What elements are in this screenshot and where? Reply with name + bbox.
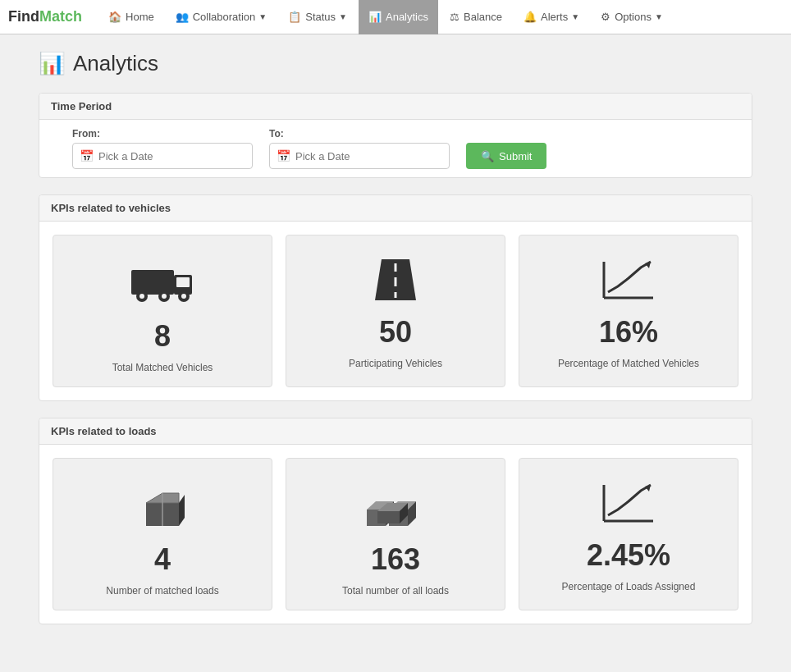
search-icon: 🔍 — [481, 150, 494, 162]
kpi-percentage-loads: 2.45% Percentage of Loads Assigned — [519, 458, 738, 610]
vehicle-kpis-header: KPIs related to vehicles — [39, 195, 752, 222]
kpi-total-matched-vehicles: 8 Total Matched Vehicles — [53, 235, 272, 387]
nav-status-label: Status — [305, 11, 336, 23]
kpi-matched-loads-value: 4 — [154, 542, 171, 577]
vehicle-kpis-section: KPIs related to vehicles — [39, 194, 752, 401]
logo: FindMatch — [8, 8, 82, 25]
from-date-input-wrap: 📅 — [72, 143, 253, 169]
vehicle-kpis-grid: 8 Total Matched Vehicles 50 Particip — [39, 222, 752, 400]
nav-alerts[interactable]: 🔔 Alerts ▼ — [514, 0, 589, 34]
nav-collaboration[interactable]: 👥 Collaboration ▼ — [166, 0, 277, 34]
kpi-total-loads: 163 Total number of all loads — [286, 458, 505, 610]
svg-rect-2 — [176, 277, 190, 287]
status-icon: 📋 — [288, 11, 301, 23]
analytics-icon: 📊 — [368, 11, 382, 23]
kpi-percentage-matched-vehicles: 16% Percentage of Matched Vehicles — [519, 235, 738, 387]
to-date-input-wrap: 📅 — [269, 143, 450, 169]
svg-point-6 — [162, 294, 167, 299]
kpi-total-loads-label: Total number of all loads — [342, 585, 449, 597]
logo-find: Find — [8, 8, 39, 25]
kpi-matched-loads: 4 Number of matched loads — [53, 458, 272, 610]
load-kpis-header: KPIs related to loads — [39, 418, 752, 445]
svg-rect-0 — [131, 270, 174, 295]
svg-point-4 — [139, 294, 144, 299]
balance-icon: ⚖ — [450, 11, 460, 23]
svg-point-8 — [181, 294, 186, 299]
svg-marker-27 — [377, 511, 400, 523]
nav-balance-label: Balance — [464, 11, 502, 23]
nav-home[interactable]: 🏠 Home — [98, 0, 164, 34]
page-title-row: 📊 Analytics — [39, 51, 752, 76]
to-label: To: — [269, 128, 450, 139]
kpi-percentage-loads-value: 2.45% — [587, 538, 670, 573]
submit-button[interactable]: 🔍 Submit — [466, 143, 546, 169]
kpi-percentage-matched-vehicles-label: Percentage of Matched Vehicles — [558, 358, 699, 369]
analytics-page-icon: 📊 — [39, 51, 65, 76]
alerts-icon: 🔔 — [524, 11, 537, 23]
trend-up-icon-2 — [600, 478, 657, 530]
kpi-participating-vehicles-value: 50 — [379, 315, 412, 350]
nav-alerts-label: Alerts — [541, 11, 568, 23]
collaboration-icon: 👥 — [176, 11, 189, 23]
options-icon: ⚙ — [601, 11, 610, 23]
time-period-section: Time Period From: 📅 To: 📅 🔍 Submit — [39, 93, 752, 178]
nav-home-label: Home — [126, 11, 154, 23]
to-date-input[interactable] — [295, 150, 442, 162]
nav-balance[interactable]: ⚖ Balance — [440, 0, 512, 34]
kpi-total-matched-vehicles-value: 8 — [154, 319, 171, 354]
time-period-header: Time Period — [39, 94, 752, 120]
kpi-percentage-matched-vehicles-value: 16% — [599, 315, 658, 350]
kpi-percentage-loads-label: Percentage of Loads Assigned — [562, 581, 696, 592]
page-title: Analytics — [73, 51, 158, 76]
road-icon — [367, 255, 424, 307]
boxes-icon — [363, 478, 428, 534]
nav-options-label: Options — [615, 11, 652, 23]
kpi-participating-vehicles: 50 Participating Vehicles — [286, 235, 505, 387]
nav-analytics[interactable]: 📊 Analytics — [359, 0, 438, 34]
logo-match: Match — [39, 8, 82, 25]
calendar-icon-from: 📅 — [80, 149, 94, 162]
navbar: FindMatch 🏠 Home 👥 Collaboration ▼ 📋 Sta… — [0, 0, 791, 34]
load-kpis-section: KPIs related to loads — [39, 418, 752, 624]
kpi-total-matched-vehicles-label: Total Matched Vehicles — [112, 362, 213, 373]
from-date-input[interactable] — [98, 150, 245, 162]
nav-status[interactable]: 📋 Status ▼ — [278, 0, 357, 34]
svg-marker-18 — [179, 495, 185, 526]
chevron-down-icon: ▼ — [258, 12, 267, 21]
nav-options[interactable]: ⚙ Options ▼ — [591, 0, 673, 34]
box-icon — [134, 478, 191, 534]
page-content: 📊 Analytics Time Period From: 📅 To: 📅 — [26, 34, 765, 657]
trend-up-icon — [600, 255, 657, 307]
chevron-down-icon-2: ▼ — [339, 12, 347, 21]
chevron-down-icon-4: ▼ — [655, 12, 663, 21]
to-date-group: To: 📅 — [269, 128, 450, 169]
from-label: From: — [72, 128, 253, 139]
load-kpis-grid: 4 Number of matched loads — [39, 445, 752, 624]
from-date-group: From: 📅 — [72, 128, 253, 169]
kpi-total-loads-value: 163 — [371, 542, 420, 577]
chevron-down-icon-3: ▼ — [571, 12, 579, 21]
home-icon: 🏠 — [108, 11, 121, 23]
truck-icon — [130, 255, 195, 311]
submit-label: Submit — [499, 150, 532, 162]
calendar-icon-to: 📅 — [277, 149, 290, 162]
kpi-matched-loads-label: Number of matched loads — [106, 585, 218, 597]
nav-collaboration-label: Collaboration — [193, 11, 256, 23]
kpi-participating-vehicles-label: Participating Vehicles — [349, 358, 442, 369]
nav-analytics-label: Analytics — [386, 11, 428, 23]
nav-items: 🏠 Home 👥 Collaboration ▼ 📋 Status ▼ 📊 An… — [98, 0, 673, 34]
time-period-row: From: 📅 To: 📅 🔍 Submit — [39, 120, 752, 177]
